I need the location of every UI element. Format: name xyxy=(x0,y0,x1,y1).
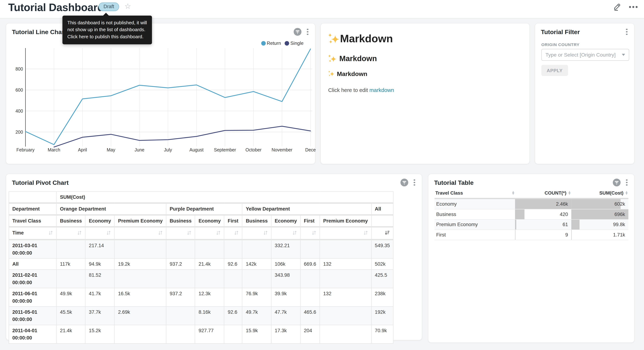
pivot-row-header[interactable]: 2011-02-01 00:00:00 xyxy=(9,270,56,288)
legend-item-single[interactable]: Single xyxy=(285,40,304,46)
pivot-value-cell xyxy=(300,240,320,258)
sort-icon[interactable] xyxy=(292,230,297,238)
favorite-star-icon[interactable]: ☆ xyxy=(124,2,131,10)
pivot-sort-cell[interactable] xyxy=(242,227,271,240)
pivot-value-cell: 8.16k xyxy=(195,306,224,325)
more-ellipsis-icon[interactable] xyxy=(628,2,638,11)
pivot-sort-cell[interactable] xyxy=(56,227,85,240)
pivot-class-header[interactable]: First xyxy=(300,215,320,227)
tooltip-line: This dashboard is not published, it will xyxy=(67,19,147,26)
origin-country-select[interactable]: Type or Select [Origin Country] xyxy=(541,49,629,61)
pivot-class-label: Travel Class xyxy=(9,215,56,227)
pivot-value-cell: 49.9k xyxy=(56,288,85,306)
pivot-class-header[interactable]: Premium Economy xyxy=(114,215,166,227)
pivot-sort-cell[interactable] xyxy=(320,227,371,240)
legend-item-return[interactable]: Return xyxy=(261,40,281,46)
column-header-sum-cost[interactable]: SUM(Cost)▲▼ xyxy=(572,190,628,196)
sort-icon[interactable] xyxy=(263,230,268,238)
chart-menu-icon[interactable] xyxy=(624,179,629,186)
sort-icon[interactable] xyxy=(363,230,368,238)
pivot-dept-label: Department xyxy=(9,203,56,215)
sort-icon[interactable] xyxy=(158,230,163,238)
pivot-sort-cell[interactable] xyxy=(195,227,224,240)
sort-icon[interactable] xyxy=(312,230,316,238)
table-row[interactable]: First91.71k xyxy=(434,230,628,240)
svg-text:June: June xyxy=(134,147,144,152)
sort-caret-icon: ▲▼ xyxy=(626,191,628,195)
travel-class-cell: First xyxy=(436,230,446,240)
select-placeholder: Type or Select [Origin Country] xyxy=(546,52,620,58)
sort-icon[interactable] xyxy=(216,230,221,238)
pivot-value-cell: 117k xyxy=(56,258,85,270)
pivot-value-cell xyxy=(320,240,371,258)
pivot-value-cell: 41.7k xyxy=(86,288,115,306)
pivot-sort-cell[interactable] xyxy=(300,227,320,240)
pivot-value-cell: 2.69k xyxy=(114,306,166,325)
pivot-sort-cell[interactable] xyxy=(86,227,115,240)
apply-button[interactable]: APPLY xyxy=(541,65,568,76)
draft-badge[interactable]: Draft xyxy=(98,2,119,11)
markdown-paragraph: Click here to edit markdown xyxy=(328,87,522,93)
filter-indicator-icon[interactable] xyxy=(613,179,620,186)
pivot-class-header[interactable]: First xyxy=(224,215,242,227)
sort-icon[interactable] xyxy=(187,230,192,238)
filter-menu-icon[interactable] xyxy=(624,28,629,36)
sparkles-icon xyxy=(328,33,339,44)
chart-menu-icon[interactable] xyxy=(305,28,310,36)
line-chart-plot[interactable]: 200400600800FebruaryMarchAprilMayJuneJul… xyxy=(6,48,316,153)
table-row[interactable]: Business420696k xyxy=(434,209,628,220)
pivot-dept-header[interactable]: Orange Department xyxy=(56,203,166,215)
sort-icon[interactable] xyxy=(77,230,82,238)
table-row[interactable]: Premium Economy6199.8k xyxy=(434,220,628,230)
sort-icon[interactable] xyxy=(106,230,111,238)
pivot-metric-header[interactable]: SUM(Cost) xyxy=(56,192,393,203)
pivot-sort-cell[interactable] xyxy=(166,227,195,240)
filter-indicator-icon[interactable] xyxy=(294,28,302,36)
pivot-class-header[interactable]: Business xyxy=(166,215,195,227)
pivot-class-header[interactable]: Business xyxy=(242,215,271,227)
pivot-row-header[interactable]: 2011-05-01 00:00:00 xyxy=(9,306,56,325)
pivot-value-cell: 132 xyxy=(320,258,371,270)
markdown-h3: Markdown xyxy=(328,70,522,77)
pivot-row-header[interactable]: 2011-06-01 00:00:00 xyxy=(9,288,56,306)
pivot-row-header[interactable]: 2011-04-01 00:00:00 xyxy=(9,325,56,344)
sort-caret-icon: ▲▼ xyxy=(568,191,570,195)
sort-icon[interactable] xyxy=(234,230,239,238)
column-header-count[interactable]: COUNT(*)▲▼ xyxy=(516,190,570,196)
pivot-class-header[interactable]: Economy xyxy=(271,215,300,227)
pivot-sort-cell-active[interactable] xyxy=(371,227,394,240)
pivot-dept-header[interactable]: All xyxy=(371,203,394,215)
pivot-dept-header[interactable]: Yellow Department xyxy=(242,203,371,215)
pivot-class-header[interactable]: Business xyxy=(56,215,85,227)
line-chart-card: Tutorial Line Chart ReturnSingle 2004006… xyxy=(6,23,316,164)
pivot-row-header[interactable]: All xyxy=(9,258,56,270)
pivot-dept-header[interactable]: Purple Department xyxy=(166,203,242,215)
pivot-value-cell xyxy=(114,325,166,344)
pivot-time-label[interactable]: Time xyxy=(9,227,56,240)
pivot-sort-cell[interactable] xyxy=(224,227,242,240)
filter-indicator-icon[interactable] xyxy=(400,179,408,186)
pivot-value-cell: 76.9k xyxy=(242,288,271,306)
markdown-card: Markdown Markdown Markdown Click here to… xyxy=(320,23,530,164)
chart-menu-icon[interactable] xyxy=(412,179,417,186)
pivot-sort-cell[interactable] xyxy=(114,227,166,240)
markdown-edit-link[interactable]: markdown xyxy=(369,87,394,93)
pivot-value-cell xyxy=(242,240,271,258)
pivot-sort-cell[interactable] xyxy=(271,227,300,240)
sum-bar xyxy=(571,220,580,230)
table-row[interactable]: Economy2.46k602k xyxy=(434,198,628,209)
pivot-value-cell xyxy=(224,325,242,344)
publish-tooltip: This dashboard is not published, it will… xyxy=(62,16,152,44)
pivot-class-header[interactable]: Economy xyxy=(86,215,115,227)
pivot-class-header[interactable]: Economy xyxy=(195,215,224,227)
sum-bar xyxy=(571,230,572,240)
pivot-class-header[interactable] xyxy=(371,215,394,227)
column-header-travel-class[interactable]: Travel Class▲▼ xyxy=(436,190,514,196)
sort-desc-active-icon[interactable] xyxy=(385,230,390,238)
pivot-value-cell: 332.21 xyxy=(271,240,300,258)
pivot-row-header[interactable]: 2011-03-01 00:00:00 xyxy=(9,240,56,258)
edit-pencil-icon[interactable] xyxy=(613,2,622,11)
pivot-value-cell xyxy=(224,270,242,288)
pivot-class-header[interactable]: Premium Economy xyxy=(320,215,371,227)
sort-icon[interactable] xyxy=(48,230,53,238)
